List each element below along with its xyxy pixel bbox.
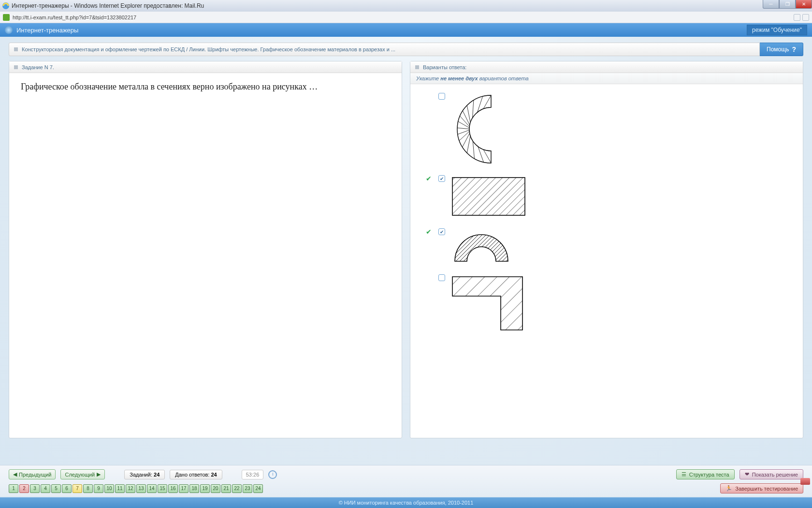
addr-icon-2[interactable] (802, 14, 809, 21)
pager-item-22[interactable]: 22 (232, 484, 242, 493)
pager-item-19[interactable]: 19 (200, 484, 210, 493)
arrow-right-icon: ▶ (97, 471, 101, 478)
answer-image-1 (450, 93, 493, 165)
question-panel: Задание N 7. Графическое обозначение мет… (9, 61, 402, 438)
answers-instruction: Укажите не менее двух вариантов ответа (410, 73, 803, 84)
pager-item-9[interactable]: 9 (94, 484, 103, 493)
pager-item-13[interactable]: 13 (136, 484, 146, 493)
answers-panel: Варианты ответа: Укажите не менее двух в… (410, 61, 803, 438)
pager-item-5[interactable]: 5 (51, 484, 61, 493)
answer-option-4 (416, 271, 797, 339)
show-solution-button[interactable]: ❤ Показать решение (740, 469, 803, 479)
pager-item-10[interactable]: 10 (104, 484, 114, 493)
help-label: Помощь (767, 46, 789, 53)
window-titlebar: Интернет-тренажеры - Windows Internet Ex… (0, 0, 812, 12)
question-header: Задание N 7. (9, 61, 402, 73)
pager-item-6[interactable]: 6 (62, 484, 72, 493)
pager-item-7[interactable]: 7 (72, 484, 82, 493)
window-maximize-button[interactable]: ❐ (779, 0, 796, 9)
help-icon: ? (792, 45, 796, 53)
copyright-bar: © НИИ мониторинга качества образования, … (0, 497, 812, 508)
pager-item-12[interactable]: 12 (126, 484, 135, 493)
app-header: Интернет-тренажеры режим "Обучение" (0, 23, 812, 37)
answer-checkbox-2[interactable] (438, 175, 445, 182)
pager-item-11[interactable]: 11 (115, 484, 125, 493)
globe-icon (5, 26, 13, 34)
list-icon: ☰ (682, 471, 686, 478)
pager-item-20[interactable]: 20 (211, 484, 220, 493)
pager-item-21[interactable]: 21 (221, 484, 231, 493)
tasks-count: Заданий: 24 (124, 470, 165, 479)
answer-checkbox-4[interactable] (438, 274, 445, 281)
language-indicator[interactable] (800, 478, 810, 485)
answers-header: Варианты ответа: (410, 61, 803, 73)
answer-option-3: ✔ (416, 225, 797, 271)
answered-count: Дано ответов: 24 (170, 470, 222, 479)
answer-checkbox-1[interactable] (438, 93, 445, 100)
correct-tick-icon: ✔ (426, 175, 434, 182)
answer-image-2 (450, 175, 527, 219)
finish-button[interactable]: 🏃 Завершить тестирование (720, 483, 803, 493)
answer-option-2: ✔ (416, 172, 797, 225)
answers-header-text: Варианты ответа: (423, 64, 466, 70)
pager-item-4[interactable]: 4 (41, 484, 50, 493)
mode-badge: режим "Обучение" (747, 25, 807, 35)
panel-bullet-icon (14, 65, 18, 69)
question-header-text: Задание N 7. (22, 64, 54, 70)
timer-box: 53:26 (242, 470, 264, 479)
window-minimize-button[interactable]: ─ (763, 0, 779, 9)
answer-option-1 (416, 90, 797, 172)
url-text[interactable]: http://tt.i-exam.ru/test_tt.php?id=7&tsi… (13, 15, 136, 20)
heart-icon: ❤ (745, 471, 749, 478)
app-title: Интернет-тренажеры (16, 27, 78, 34)
pager-item-24[interactable]: 24 (253, 484, 263, 493)
ie-icon (2, 2, 10, 10)
question-text: Графическое обозначение металла в сечени… (21, 82, 390, 92)
pager-item-18[interactable]: 18 (189, 484, 199, 493)
runner-icon: 🏃 (725, 485, 732, 492)
pager-item-16[interactable]: 16 (168, 484, 178, 493)
favicon (3, 14, 10, 21)
correct-tick-icon: ✔ (426, 228, 434, 235)
breadcrumb-bullet-icon (14, 47, 18, 51)
pager-item-15[interactable]: 15 (158, 484, 167, 493)
pager: 123456789101112131415161718192021222324 … (9, 483, 803, 493)
pager-item-3[interactable]: 3 (30, 484, 40, 493)
prev-button[interactable]: ◀ Предыдущий (9, 469, 56, 479)
address-bar: http://tt.i-exam.ru/test_tt.php?id=7&tsi… (0, 12, 812, 23)
next-button[interactable]: Следующий ▶ (60, 469, 105, 479)
help-button[interactable]: Помощь ? (760, 43, 803, 56)
structure-button[interactable]: ☰ Структура теста (676, 469, 735, 479)
answer-image-4 (450, 274, 527, 332)
pager-item-14[interactable]: 14 (147, 484, 157, 493)
pager-item-8[interactable]: 8 (83, 484, 93, 493)
pager-item-23[interactable]: 23 (243, 484, 252, 493)
arrow-left-icon: ◀ (13, 471, 17, 478)
clock-icon (268, 470, 277, 479)
svg-rect-17 (452, 178, 525, 215)
breadcrumb: Конструкторская документация и оформлени… (9, 43, 760, 56)
footer-bar: ◀ Предыдущий Следующий ▶ Заданий: 24 Дан… (0, 465, 812, 496)
pager-item-2[interactable]: 2 (19, 484, 29, 493)
answer-image-3 (450, 228, 513, 265)
window-title: Интернет-тренажеры - Windows Internet Ex… (12, 2, 204, 9)
window-close-button[interactable]: ✕ (796, 0, 812, 9)
pager-item-1[interactable]: 1 (9, 484, 18, 493)
pager-item-17[interactable]: 17 (179, 484, 188, 493)
breadcrumb-text: Конструкторская документация и оформлени… (22, 46, 395, 52)
panel-bullet-icon (415, 65, 419, 69)
answer-checkbox-3[interactable] (438, 228, 445, 235)
addr-icon-1[interactable] (794, 14, 800, 21)
